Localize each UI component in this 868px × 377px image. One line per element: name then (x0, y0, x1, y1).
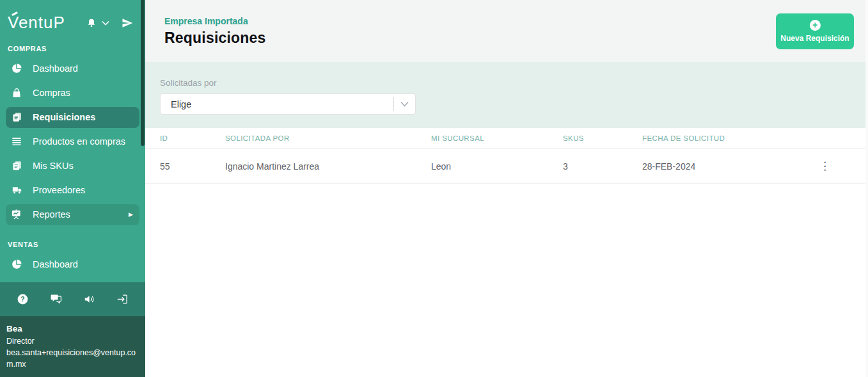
sidebar-scrollbar-thumb[interactable] (141, 0, 145, 146)
section-label-ventas: VENTAS (0, 227, 145, 252)
sidebar-item-requisiciones[interactable]: Requisiciones (6, 107, 139, 128)
user-panel: Bea Director bea.santa+requisiciones@ven… (0, 316, 145, 377)
sidebar-item-mis-skus[interactable]: Mis SKUs (6, 156, 139, 177)
sidebar-item-label: Requisiciones (33, 112, 95, 122)
notifications-bell-icon[interactable] (85, 16, 98, 30)
sidebar-item-label: Dashboard (33, 63, 78, 74)
requisitions-table: ID SOLICITADA POR MI SUCURSAL SKUS FECHA… (145, 128, 868, 377)
help-icon[interactable]: ? (17, 293, 29, 305)
filter-label: Solicitadas por (160, 78, 868, 88)
sidebar-item-productos-en-compras[interactable]: Productos en compras (6, 131, 139, 152)
cell-id: 55 (160, 161, 225, 172)
cell-fecha-de-solicitud: 28-FEB-2024 (642, 161, 817, 172)
row-kebab-menu-icon[interactable]: ⋮ (817, 161, 837, 172)
shopping-bag-icon (10, 87, 23, 99)
cell-skus: 3 (563, 161, 642, 172)
column-header-mi-sucursal: MI SUCURSAL (431, 134, 563, 142)
sidebar-header: VentuP (0, 0, 145, 36)
sidebar-item-label: Compras (33, 88, 70, 98)
clipboard-icon (10, 160, 23, 172)
sidebar-icon-bar: ? (0, 282, 145, 316)
column-header-fecha-de-solicitud: FECHA DE SOLICITUD (642, 134, 817, 142)
cell-solicitada-por: Ignacio Martinez Larrea (225, 161, 431, 172)
sidebar: VentuP COMPRAS Dashboard Compras R (0, 0, 145, 377)
filter-band: Solicitadas por Elige (145, 62, 868, 128)
sidebar-top-icons (85, 16, 135, 30)
sidebar-item-label: Productos en compras (33, 136, 125, 147)
select-value: Elige (171, 99, 393, 109)
send-icon[interactable] (120, 16, 135, 30)
sidebar-item-dashboard-ventas[interactable]: Dashboard (6, 254, 139, 275)
column-header-solicitada-por: SOLICITADA POR (225, 134, 431, 142)
sidebar-item-label: Dashboard (33, 259, 78, 269)
pie-chart-icon (10, 63, 23, 74)
new-requisition-button[interactable]: + Nueva Requisición (776, 13, 854, 49)
user-name: Bea (6, 323, 139, 335)
submenu-arrow-icon: ▶ (129, 212, 135, 218)
pie-chart-icon (10, 259, 23, 270)
sidebar-item-compras[interactable]: Compras (6, 83, 139, 104)
chat-icon[interactable] (49, 293, 63, 305)
column-header-skus: SKUS (563, 134, 642, 142)
svg-text:?: ? (20, 296, 24, 303)
sidebar-item-label: Proveedores (33, 185, 85, 195)
brand-logo[interactable]: VentuP (8, 13, 65, 33)
page-header-titles: Empresa Importada Requisiciones (164, 16, 266, 47)
chart-board-icon (10, 209, 23, 220)
main-content: Empresa Importada Requisiciones + Nueva … (145, 0, 868, 377)
user-role: Director (6, 335, 139, 347)
page-scrollbar-track[interactable] (865, 0, 868, 377)
sidebar-item-proveedores[interactable]: Proveedores (6, 180, 139, 201)
cell-mi-sucursal: Leon (431, 161, 563, 172)
user-email: bea.santa+requisiciones@ventup.com.mx (6, 347, 139, 370)
sidebar-item-label: Reportes (33, 209, 70, 220)
section-label-compras: COMPRAS (0, 36, 145, 56)
column-header-id: ID (160, 134, 225, 142)
truck-icon (10, 185, 23, 195)
solicitadas-por-select[interactable]: Elige (160, 93, 416, 115)
company-name: Empresa Importada (164, 16, 266, 26)
chevron-down-icon (394, 101, 415, 107)
sidebar-item-label: Mis SKUs (33, 161, 74, 171)
sidebar-item-reportes[interactable]: Reportes ▶ (6, 204, 139, 225)
sidebar-item-dashboard-compras[interactable]: Dashboard (6, 58, 139, 79)
logout-icon[interactable] (116, 293, 129, 305)
sound-icon[interactable] (83, 293, 96, 305)
notifications-chevron-down-icon[interactable] (100, 19, 111, 27)
new-requisition-button-label: Nueva Requisición (780, 34, 849, 43)
table-row: 55 Ignacio Martinez Larrea Leon 3 28-FEB… (145, 149, 868, 184)
clipboard-icon (10, 111, 23, 123)
page-header: Empresa Importada Requisiciones + Nueva … (145, 0, 868, 62)
table-header-row: ID SOLICITADA POR MI SUCURSAL SKUS FECHA… (145, 128, 868, 149)
plus-icon: + (810, 20, 821, 31)
page-title: Requisiciones (164, 29, 266, 47)
stacked-lines-icon (10, 136, 23, 147)
